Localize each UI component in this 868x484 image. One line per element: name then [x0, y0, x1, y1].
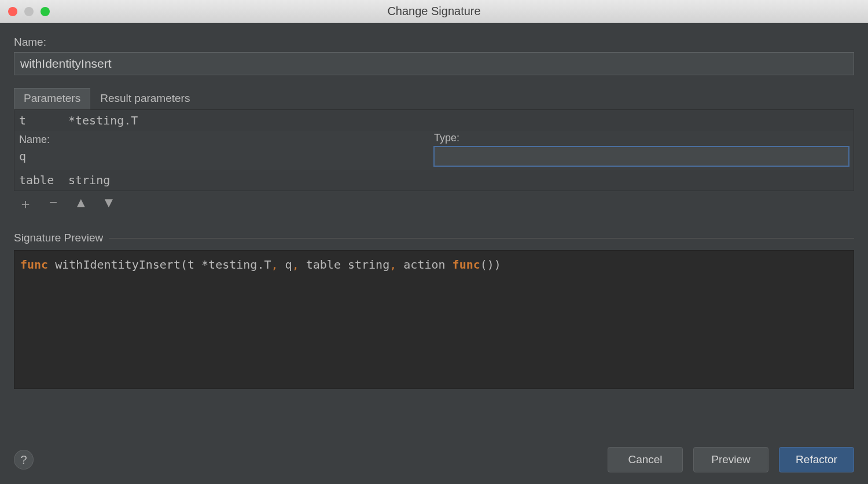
keyword-func: func — [453, 258, 480, 272]
param-name-label: Name: — [19, 134, 428, 146]
tab-bar: Parameters Result parameters — [14, 88, 854, 110]
cancel-button[interactable]: Cancel — [608, 447, 683, 472]
keyword-func: func — [20, 258, 48, 272]
name-input[interactable] — [14, 52, 854, 75]
param-name: table — [19, 173, 68, 187]
preview-button[interactable]: Preview — [693, 447, 768, 472]
signature-group: Signature Preview func withIdentityInser… — [14, 232, 854, 389]
parameters-table: t *testing.T Name: q Type: table string — [14, 110, 854, 191]
name-label: Name: — [14, 36, 854, 49]
signature-preview: func withIdentityInsert(t *testing.T, q,… — [14, 250, 854, 389]
comma: , — [271, 258, 278, 272]
zoom-window-button[interactable] — [41, 7, 50, 16]
refactor-button[interactable]: Refactor — [779, 447, 854, 472]
dialog-body: Name: Parameters Result parameters t *te… — [0, 23, 868, 484]
param-name-value: q — [19, 148, 428, 164]
param-name: t — [19, 113, 68, 127]
minimize-window-button[interactable] — [24, 7, 34, 16]
add-param-icon[interactable]: ＋ — [19, 195, 32, 213]
sig-text: ()) — [480, 258, 501, 272]
comma: , — [389, 258, 396, 272]
window-title: Change Signature — [0, 5, 868, 18]
button-row: Cancel Preview Refactor — [608, 447, 854, 472]
move-down-icon[interactable]: ▼ — [102, 195, 116, 213]
help-button[interactable]: ? — [14, 450, 34, 470]
param-type-input[interactable] — [434, 146, 849, 166]
param-row[interactable]: table string — [14, 170, 854, 190]
traffic-lights — [8, 7, 50, 16]
sig-text: table string — [299, 258, 390, 272]
remove-param-icon[interactable]: − — [46, 195, 60, 213]
param-row[interactable]: t *testing.T — [14, 110, 854, 131]
tab-result-parameters[interactable]: Result parameters — [90, 88, 200, 109]
move-up-icon[interactable]: ▲ — [74, 195, 88, 213]
param-toolbar: ＋ − ▲ ▼ — [14, 191, 854, 217]
sig-text: withIdentityInsert(t *testing.T — [48, 258, 271, 272]
footer: ? Cancel Preview Refactor — [14, 437, 854, 484]
param-row-editing[interactable]: Name: q Type: — [14, 131, 854, 170]
close-window-button[interactable] — [8, 7, 17, 16]
param-type: string — [68, 173, 110, 187]
signature-preview-label: Signature Preview — [14, 232, 103, 244]
divider — [109, 238, 854, 239]
sig-text: q — [278, 258, 292, 272]
tab-parameters[interactable]: Parameters — [14, 88, 90, 109]
comma: , — [292, 258, 299, 272]
param-type: *testing.T — [68, 113, 138, 127]
sig-text: action — [396, 258, 452, 272]
param-type-label: Type: — [434, 132, 849, 144]
titlebar: Change Signature — [0, 0, 868, 23]
